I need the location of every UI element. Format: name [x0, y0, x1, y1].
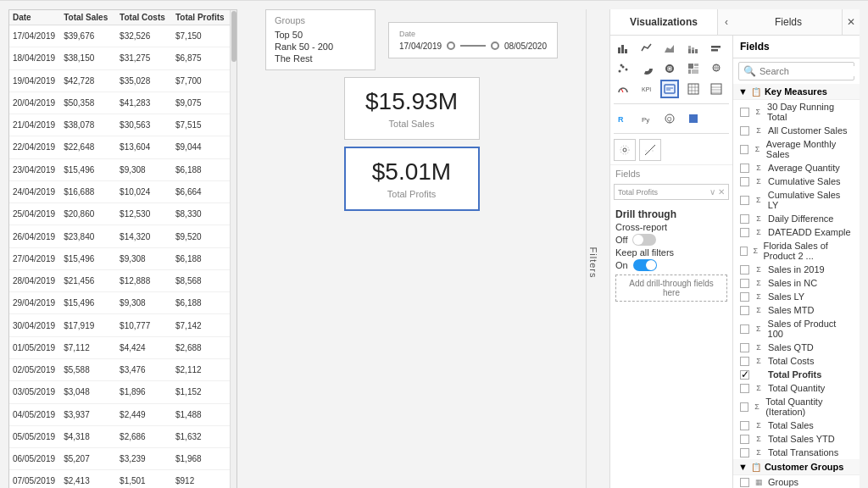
viz-map[interactable] — [707, 59, 726, 78]
field-checkbox[interactable] — [740, 448, 749, 458]
field-checkbox[interactable] — [740, 145, 748, 154]
field-checkbox[interactable] — [740, 108, 749, 117]
table-cell: $22,648 — [60, 136, 116, 158]
cross-report-toggle[interactable] — [632, 234, 656, 246]
table-cell: $9,520 — [172, 225, 230, 247]
table-row: 18/04/2019$38,150$31,275$6,875 — [9, 47, 230, 69]
viz-bar-chart[interactable] — [614, 39, 632, 58]
field-checkbox[interactable] — [740, 421, 749, 430]
field-checkbox[interactable] — [740, 164, 749, 173]
field-item[interactable]: Σ Average Monthly Sales — [733, 137, 860, 161]
tab-visualizations[interactable]: Visualizations — [610, 9, 718, 35]
field-checkbox[interactable] — [740, 357, 749, 366]
total-profits-field-box[interactable]: Total Profits ∨ ✕ — [614, 184, 729, 200]
viz-gauge[interactable] — [614, 80, 632, 98]
viz-donut[interactable] — [660, 59, 679, 78]
field-item[interactable]: Σ Average Quantity — [733, 161, 860, 175]
field-item[interactable]: Σ Total Transations — [733, 446, 860, 459]
field-item[interactable]: Σ 30 Day Running Total — [733, 100, 860, 124]
field-item[interactable]: Σ Sales LY — [733, 290, 860, 303]
viz-area-chart[interactable] — [660, 39, 679, 58]
field-item[interactable]: Σ Sales in NC — [733, 276, 860, 290]
field-checkbox[interactable] — [740, 126, 749, 136]
viz-stacked-bar[interactable] — [684, 39, 703, 58]
field-label: Daily Difference — [768, 214, 833, 224]
viz-format-icon[interactable] — [614, 139, 636, 161]
kpi-total-profits-card[interactable]: $5.01M Total Profits — [344, 147, 480, 211]
table-cell: 25/04/2019 — [9, 203, 60, 225]
field-checkbox[interactable] — [740, 402, 748, 412]
kpi-total-sales-card[interactable]: $15.93M Total Sales — [344, 77, 480, 140]
tab-fields[interactable]: Fields — [735, 9, 843, 35]
table-cell: $8,568 — [172, 269, 230, 291]
field-item[interactable]: Σ DATEADD Example — [733, 225, 860, 239]
cross-report-toggle-row: Off — [615, 234, 727, 246]
viz-kpi[interactable]: KPI — [637, 80, 656, 98]
viz-custom[interactable] — [684, 109, 703, 128]
field-type-icon: Σ — [753, 357, 765, 365]
field-checkbox[interactable] — [740, 265, 749, 274]
viz-r-script[interactable]: R — [614, 109, 632, 128]
field-checkbox[interactable] — [740, 292, 749, 302]
viz-matrix[interactable] — [684, 80, 703, 98]
field-item[interactable]: Σ Sales of Product 100 — [733, 317, 860, 341]
date-slicer[interactable]: Date 17/04/2019 08/05/2020 — [388, 22, 558, 58]
field-item[interactable]: Σ Total Quantity (Iteration) — [733, 395, 860, 419]
field-item[interactable]: ✓ Total Profits — [733, 368, 860, 381]
field-item[interactable]: Σ Cumulative Sales LY — [733, 188, 860, 212]
filters-panel[interactable]: Filters — [586, 9, 601, 488]
tab-arrow-left[interactable]: ‹ — [718, 9, 735, 35]
field-item[interactable]: ▦ Groups — [733, 475, 860, 488]
field-item[interactable]: Σ Sales MTD — [733, 303, 860, 317]
field-checkbox[interactable]: ✓ — [740, 370, 749, 380]
field-item[interactable]: Σ Daily Difference — [733, 212, 860, 225]
field-item[interactable]: Σ Total Costs — [733, 354, 860, 368]
field-checkbox[interactable] — [740, 435, 749, 444]
field-checkbox[interactable] — [740, 214, 749, 224]
keep-filters-toggle[interactable] — [633, 259, 657, 271]
table-cell: $15,496 — [60, 158, 116, 180]
viz-column-chart[interactable] — [707, 39, 726, 58]
table-cell: $21,456 — [60, 269, 116, 291]
table-cell: $7,700 — [172, 69, 230, 92]
field-checkbox[interactable] — [740, 384, 749, 393]
field-item[interactable]: Σ Sales in 2019 — [733, 263, 860, 276]
viz-card[interactable] — [660, 80, 679, 98]
fields-group-key-measures[interactable]: ▼ 📋 Key Measures — [733, 84, 860, 100]
field-item[interactable]: Σ Total Quantity — [733, 381, 860, 395]
field-checkbox[interactable] — [740, 177, 749, 186]
viz-analytics-icon[interactable] — [639, 139, 661, 161]
fields-search-box[interactable]: 🔍 — [738, 62, 854, 80]
field-checkbox[interactable] — [740, 279, 749, 288]
viz-line-chart[interactable] — [637, 39, 656, 58]
field-item[interactable]: Σ Florida Sales of Product 2 ... — [733, 239, 860, 263]
field-item[interactable]: Σ Cumulative Sales — [733, 175, 860, 188]
right-panel-tabs: Visualizations ‹ Fields ✕ — [610, 9, 860, 36]
table-cell: 30/04/2019 — [9, 314, 60, 336]
viz-qs[interactable]: Q — [660, 109, 679, 128]
field-checkbox[interactable] — [740, 247, 748, 256]
field-checkbox[interactable] — [740, 324, 749, 334]
cross-report-value: Off — [615, 235, 627, 245]
field-checkbox[interactable] — [740, 478, 749, 487]
field-item[interactable]: Σ All Customer Sales — [733, 124, 860, 137]
viz-python[interactable]: Py — [637, 109, 656, 128]
field-checkbox[interactable] — [740, 196, 749, 205]
add-drillthrough-button[interactable]: Add drill-through fields here — [615, 274, 727, 302]
fields-group-customer-groups[interactable]: ▼ 📋 Customer Groups — [733, 459, 860, 475]
viz-table[interactable] — [707, 80, 726, 98]
field-checkbox[interactable] — [740, 306, 749, 315]
field-item[interactable]: Σ Total Sales YTD — [733, 432, 860, 446]
table-scrollbar[interactable] — [230, 10, 236, 488]
table-cell: $6,188 — [172, 292, 230, 314]
field-item[interactable]: Σ Sales QTD — [733, 341, 860, 354]
field-checkbox[interactable] — [740, 343, 749, 352]
field-checkbox[interactable] — [740, 228, 749, 237]
viz-pie[interactable] — [637, 59, 656, 78]
field-box-remove[interactable]: ∨ ✕ — [709, 187, 725, 197]
fields-search-input[interactable] — [760, 66, 860, 76]
viz-treemap[interactable] — [684, 59, 703, 78]
tab-close-fields[interactable]: ✕ — [843, 9, 860, 35]
viz-scatter[interactable] — [614, 59, 632, 78]
field-item[interactable]: Σ Total Sales — [733, 419, 860, 432]
